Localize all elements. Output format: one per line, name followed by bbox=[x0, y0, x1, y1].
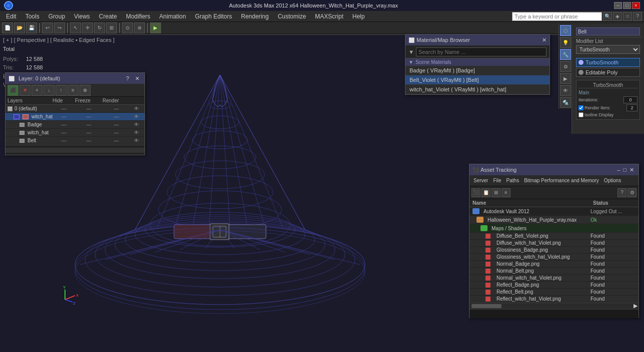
layer-tool-3[interactable]: ≡ bbox=[68, 85, 78, 96]
layer-tool-delete[interactable]: ✕ bbox=[20, 85, 30, 96]
redo-button[interactable]: ↪ bbox=[54, 22, 65, 33]
mod-stack-turbosmooth[interactable]: TurboSmooth bbox=[576, 58, 640, 67]
menu-create[interactable]: Create bbox=[95, 12, 121, 21]
asset-row-vault[interactable]: Autodesk Vault 2012 Logged Out ... bbox=[470, 207, 638, 216]
mod-stack-editable-poly[interactable]: Editable Poly bbox=[576, 68, 640, 77]
layer-row-witch-hat-obj[interactable]: witch_hat — — — 👁 bbox=[6, 129, 144, 137]
asset-row-reflect-badge[interactable]: Reflect_Badge.png Found bbox=[470, 282, 638, 289]
asset-panel-min[interactable]: – bbox=[616, 167, 622, 173]
help-button[interactable]: ? bbox=[633, 12, 642, 21]
menu-edit[interactable]: Edit bbox=[2, 12, 20, 21]
save-button[interactable]: 💾 bbox=[26, 22, 37, 33]
asset-row-maps-group[interactable]: Maps / Shaders bbox=[470, 224, 638, 233]
panel-icon-modify[interactable]: 🔧 bbox=[560, 49, 571, 60]
search-option2[interactable]: ☆ bbox=[623, 12, 632, 21]
layer-scrollbar[interactable] bbox=[6, 148, 144, 153]
asset-panel-close[interactable]: ✕ bbox=[628, 167, 636, 173]
mat-item-badge[interactable]: Badge ( VRayMtl ) [Badge] bbox=[406, 66, 550, 75]
title-bar-controls[interactable]: – □ ✕ bbox=[614, 2, 640, 9]
layer-tool-1[interactable]: ↓ bbox=[44, 85, 54, 96]
asset-tool-4[interactable]: ≡ bbox=[502, 188, 510, 197]
asset-panel-max[interactable]: □ bbox=[622, 167, 628, 173]
menu-animation[interactable]: Animation bbox=[156, 12, 190, 21]
minimize-button[interactable]: – bbox=[614, 2, 622, 9]
layer-row-belt[interactable]: Belt — — — 👁 bbox=[6, 137, 144, 145]
asset-row-normal-belt[interactable]: Normal_Belt.png Found bbox=[470, 268, 638, 275]
menu-help[interactable]: Help bbox=[348, 12, 369, 21]
menu-customize[interactable]: Customize bbox=[274, 12, 310, 21]
render-iters-input[interactable] bbox=[626, 104, 638, 111]
asset-tool-2[interactable]: 📋 bbox=[482, 188, 490, 197]
asset-menu-file[interactable]: File bbox=[491, 178, 503, 183]
maximize-button[interactable]: □ bbox=[623, 2, 631, 9]
asset-tool-3[interactable]: ⊞ bbox=[492, 188, 500, 197]
iterations-input[interactable] bbox=[624, 96, 638, 103]
menu-maxscript[interactable]: MAXScript bbox=[311, 12, 348, 21]
asset-row-gloss-hat[interactable]: Glossiness_witch_hat_Violet.png Found bbox=[470, 254, 638, 261]
select-button[interactable]: ↖ bbox=[70, 22, 81, 33]
panel-icon-motion[interactable]: ▶ bbox=[560, 73, 571, 84]
panel-icon-display[interactable]: 👁 bbox=[560, 85, 571, 96]
asset-menu-options[interactable]: Options bbox=[602, 178, 623, 183]
close-button[interactable]: ✕ bbox=[632, 2, 640, 9]
undo-button[interactable]: ↩ bbox=[42, 22, 53, 33]
layer-row-badge[interactable]: Badge — — — 👁 bbox=[6, 121, 144, 129]
menu-graph-editors[interactable]: Graph Editors bbox=[191, 12, 236, 21]
panel-icon-hierarchy[interactable]: ⚙ bbox=[560, 61, 571, 72]
asset-row-reflect-belt[interactable]: Reflect_Belt.png Found bbox=[470, 289, 638, 296]
mat-item-belt[interactable]: Belt_Violet ( VRayMtl ) [Belt] bbox=[406, 75, 550, 85]
asset-menu-bitmap[interactable]: Bitmap Performance and Memory bbox=[522, 178, 601, 183]
asset-row-normal-hat[interactable]: Normal_witch_hat_Violet.png Found bbox=[470, 275, 638, 282]
menu-tools[interactable]: Tools bbox=[22, 12, 44, 21]
layer-check-default[interactable] bbox=[8, 106, 12, 111]
search-button[interactable]: 🔍 bbox=[603, 12, 612, 21]
panel-icon-shapes[interactable]: ⬡ bbox=[560, 25, 571, 36]
asset-menu-server[interactable]: Server bbox=[472, 178, 490, 183]
mat-item-witch-hat[interactable]: witch_hat_Violet ( VRayMtl ) [witch_hat] bbox=[406, 85, 550, 94]
layer-panel-close[interactable]: ✕ bbox=[133, 75, 142, 82]
asset-row-diffuse-belt[interactable]: Diffuse_Belt_Violet.png Found bbox=[470, 233, 638, 240]
isoline-checkbox[interactable] bbox=[578, 112, 584, 117]
asset-scroll-right[interactable]: ▶ bbox=[634, 303, 638, 309]
layer-tool-show[interactable]: ⬛ bbox=[8, 85, 18, 96]
render-iters-checkbox[interactable] bbox=[578, 105, 584, 110]
asset-menu-paths[interactable]: Paths bbox=[504, 178, 522, 183]
menu-views[interactable]: Views bbox=[70, 12, 94, 21]
render-button[interactable]: ▶ bbox=[150, 22, 161, 33]
search-input[interactable] bbox=[512, 12, 602, 21]
asset-row-maxfile[interactable]: Halloween_Witch_Hat_Purple_vray.max Ok bbox=[470, 216, 638, 224]
asset-scroll-thumb[interactable] bbox=[472, 304, 502, 308]
new-button[interactable]: 📄 bbox=[2, 22, 13, 33]
snap2-button[interactable]: ⊛ bbox=[134, 22, 145, 33]
layer-tool-2[interactable]: ↑ bbox=[56, 85, 66, 96]
mat-browser-close[interactable]: ✕ bbox=[542, 37, 546, 43]
open-button[interactable]: 📂 bbox=[14, 22, 25, 33]
asset-path-input[interactable] bbox=[470, 309, 638, 318]
mat-search-input[interactable] bbox=[416, 47, 546, 56]
menu-group[interactable]: Group bbox=[44, 12, 69, 21]
panel-icon-utilities[interactable]: 🔩 bbox=[560, 97, 571, 108]
asset-tool-help[interactable]: ? bbox=[618, 188, 626, 197]
move-button[interactable]: ✛ bbox=[82, 22, 93, 33]
scale-button[interactable]: ⊞ bbox=[106, 22, 117, 33]
layer-panel-help[interactable]: ? bbox=[124, 75, 131, 81]
asset-row-diffuse-hat[interactable]: Diffuse_witch_hat_Violet.png Found bbox=[470, 240, 638, 247]
layer-row-witch-hat[interactable]: witch_hat — — — 👁 bbox=[6, 113, 144, 121]
asset-scrollbar-h[interactable]: ▶ bbox=[470, 303, 638, 309]
asset-row-normal-badge[interactable]: Normal_Badge.png Found bbox=[470, 261, 638, 268]
snap-button[interactable]: ⊙ bbox=[122, 22, 133, 33]
search-option1[interactable]: ◈ bbox=[613, 12, 622, 21]
menu-modifiers[interactable]: Modifiers bbox=[122, 12, 154, 21]
asset-tool-settings[interactable]: ⚙ bbox=[628, 188, 636, 197]
layer-row-default[interactable]: 0 (default) — — — 👁 bbox=[6, 105, 144, 113]
layer-tool-add[interactable]: + bbox=[32, 85, 42, 96]
menu-rendering[interactable]: Rendering bbox=[237, 12, 272, 21]
rotate-button[interactable]: ↻ bbox=[94, 22, 105, 33]
asset-row-gloss-badge[interactable]: Glossiness_Badge.png Found bbox=[470, 247, 638, 254]
asset-tool-1[interactable]: ⬛ bbox=[472, 188, 480, 197]
mat-section-collapse-icon[interactable]: ▼ bbox=[408, 59, 414, 65]
layer-tool-4[interactable]: ⊕ bbox=[80, 85, 90, 96]
panel-icon-lights[interactable]: 💡 bbox=[560, 37, 571, 48]
asset-row-reflect-hat[interactable]: Reflect_witch_hat_Violet.png Found bbox=[470, 296, 638, 303]
modifier-list-dropdown[interactable]: TurboSmooth Editable Poly bbox=[576, 45, 640, 54]
